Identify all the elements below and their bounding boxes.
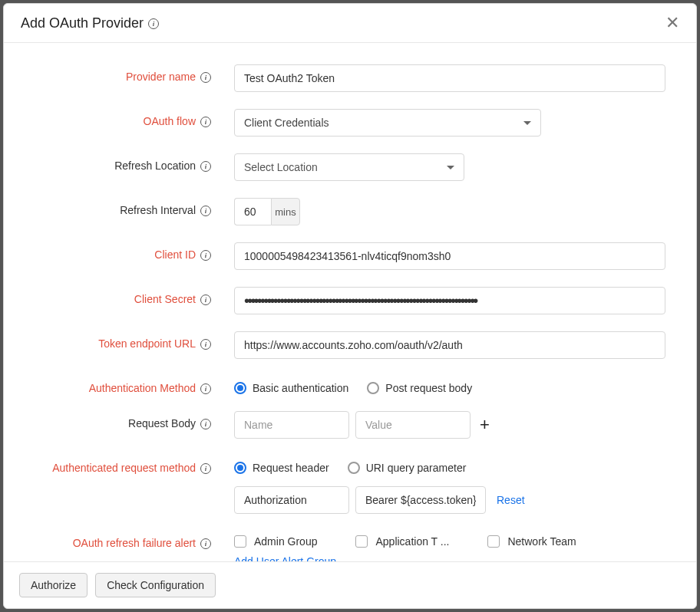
request-body-value-input[interactable]: [355, 411, 471, 439]
auth-req-uri-radio[interactable]: URI query parameter: [348, 462, 467, 474]
oauth-flow-select[interactable]: Client Credentials: [234, 109, 541, 137]
info-icon[interactable]: i: [200, 383, 211, 394]
modal-body: Provider name i OAuth flow i Client Cred…: [4, 43, 696, 561]
auth-method-label: Authentication Method i: [19, 376, 234, 394]
label-text: OAuth flow: [144, 115, 196, 127]
request-body-label: Request Body i: [19, 411, 234, 429]
info-icon[interactable]: i: [200, 339, 211, 350]
auth-req-header-radio[interactable]: Request header: [234, 462, 329, 474]
radio-label: Basic authentication: [253, 382, 348, 394]
modal-title: Add OAuth Provider i: [21, 15, 159, 31]
info-icon[interactable]: i: [200, 206, 211, 216]
refresh-interval-unit: mins: [271, 198, 300, 225]
alert-group-checkbox[interactable]: Admin Group: [234, 535, 317, 548]
add-user-alert-group-link[interactable]: Add User Alert Group: [234, 555, 336, 561]
radio-label: Post request body: [385, 382, 472, 394]
header-name-input[interactable]: [234, 486, 349, 514]
radio-label: URI query parameter: [366, 462, 467, 474]
info-icon[interactable]: i: [200, 538, 211, 549]
info-icon[interactable]: i: [200, 294, 211, 305]
radio-icon: [348, 462, 360, 474]
select-value: Client Credentials: [244, 117, 329, 129]
info-icon[interactable]: i: [200, 463, 211, 474]
header-value-input[interactable]: [355, 486, 486, 514]
label-text: Request Body: [128, 417, 196, 429]
refresh-interval-group: mins: [234, 198, 300, 225]
checkbox-label: Admin Group: [254, 535, 317, 548]
refresh-interval-label: Refresh Interval i: [19, 198, 234, 216]
refresh-failure-alert-label: OAuth refresh failure alert i: [19, 531, 234, 549]
label-text: Refresh Interval: [120, 204, 196, 216]
modal-title-text: Add OAuth Provider: [21, 15, 144, 31]
info-icon[interactable]: i: [200, 72, 211, 83]
auth-method-post-radio[interactable]: Post request body: [367, 382, 472, 394]
modal-footer: Authorize Check Configuration: [4, 561, 696, 608]
client-secret-input[interactable]: [234, 287, 665, 314]
provider-name-label: Provider name i: [19, 64, 234, 83]
checkbox-icon: [487, 535, 500, 548]
label-text: OAuth refresh failure alert: [73, 537, 196, 549]
close-icon[interactable]: ✕: [665, 15, 679, 31]
checkbox-label: Application T ...: [375, 535, 449, 548]
checkbox-icon: [234, 535, 246, 548]
alert-group-checkbox[interactable]: Network Team: [487, 535, 576, 548]
info-icon[interactable]: i: [200, 117, 211, 127]
provider-name-input[interactable]: [234, 64, 665, 92]
checkbox-icon: [355, 535, 368, 548]
auth-method-basic-radio[interactable]: Basic authentication: [234, 382, 348, 394]
request-body-name-input[interactable]: [234, 411, 349, 439]
select-value: Select Location: [244, 161, 318, 173]
client-id-label: Client ID i: [19, 242, 234, 261]
modal-header: Add OAuth Provider i ✕: [4, 4, 696, 43]
check-configuration-button[interactable]: Check Configuration: [95, 573, 216, 597]
label-text: Client ID: [154, 248, 196, 261]
oauth-flow-label: OAuth flow i: [19, 109, 234, 127]
label-text: Refresh Location: [114, 160, 196, 172]
refresh-location-label: Refresh Location i: [19, 153, 234, 172]
label-text: Token endpoint URL: [98, 337, 196, 350]
label-text: Authentication Method: [89, 382, 196, 394]
refresh-interval-input[interactable]: [234, 198, 271, 225]
info-icon[interactable]: i: [200, 250, 211, 261]
info-icon[interactable]: i: [200, 161, 211, 172]
oauth-provider-modal: Add OAuth Provider i ✕ Provider name i O…: [3, 3, 697, 609]
alert-group-checkbox[interactable]: Application T ...: [355, 535, 449, 548]
authorize-button[interactable]: Authorize: [19, 573, 88, 597]
client-id-input[interactable]: [234, 242, 665, 270]
auth-req-method-label: Authenticated request method i: [19, 456, 234, 474]
radio-icon: [234, 462, 246, 474]
token-endpoint-label: Token endpoint URL i: [19, 331, 234, 350]
chevron-down-icon: [523, 121, 531, 125]
label-text: Authenticated request method: [52, 462, 196, 474]
label-text: Client Secret: [134, 293, 196, 305]
checkbox-label: Network Team: [507, 535, 576, 548]
reset-link[interactable]: Reset: [497, 494, 525, 506]
client-secret-label: Client Secret i: [19, 287, 234, 305]
info-icon[interactable]: i: [148, 18, 159, 29]
refresh-location-select[interactable]: Select Location: [234, 153, 464, 181]
radio-label: Request header: [253, 462, 329, 474]
chevron-down-icon: [447, 166, 454, 169]
label-text: Provider name: [126, 71, 196, 83]
radio-icon: [367, 382, 379, 394]
add-request-body-button[interactable]: +: [477, 416, 493, 433]
token-endpoint-input[interactable]: [234, 331, 665, 359]
info-icon[interactable]: i: [200, 419, 211, 429]
radio-icon: [234, 382, 246, 394]
